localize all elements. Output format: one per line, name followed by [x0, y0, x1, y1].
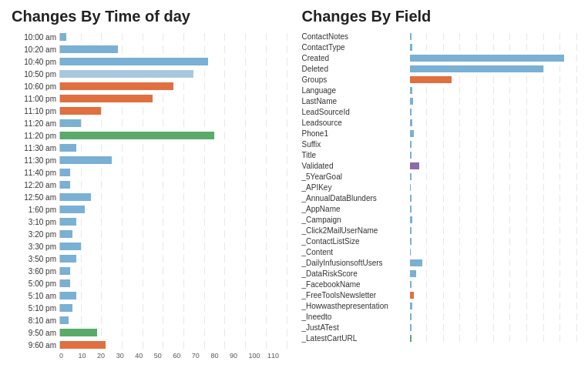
bar-container	[410, 130, 577, 137]
bar	[410, 109, 412, 115]
bar-row: Language	[302, 85, 577, 95]
bar-container	[59, 279, 287, 287]
bar-label: 3:10 pm	[12, 218, 59, 226]
left-chart-title: Changes By Time of day	[12, 8, 287, 25]
bar-container	[59, 304, 287, 312]
bar-container	[410, 173, 577, 180]
bar-row: 11:20 am	[12, 118, 287, 129]
bar	[60, 181, 70, 189]
bar	[60, 132, 214, 139]
bar-row: 10:20 am	[12, 44, 287, 55]
bar	[410, 44, 412, 51]
bar-label: 10:20 am	[12, 45, 59, 54]
bar-label: 3:20 pm	[12, 230, 59, 239]
bar-row: Phone1	[302, 129, 577, 139]
bar-label: 9:50 am	[12, 329, 59, 337]
bar-row: 11:30 pm	[12, 155, 287, 166]
bar-row: 1:60 pm	[12, 204, 287, 215]
bar-row: Suffix	[302, 139, 577, 149]
x-axis-label: 40	[135, 352, 154, 360]
x-axis-label: 20	[97, 352, 116, 360]
left-bars-wrapper: 10:00 am10:20 am10:40 pm10:50 pm10:60 pm…	[12, 32, 287, 350]
bar-label: 8:10 am	[12, 316, 59, 325]
right-chart-title: Changes By Field	[302, 8, 577, 25]
bar-row: 3:20 pm	[12, 229, 287, 239]
bar-container	[59, 230, 287, 238]
bar-label: _AppName	[302, 205, 410, 213]
bar-row: 11:10 pm	[12, 105, 287, 116]
bar	[410, 206, 412, 212]
right-bars-wrapper: ContactNotesContactTypeCreatedDeletedGro…	[302, 32, 577, 343]
x-axis-label: 90	[230, 352, 249, 360]
bar-container	[410, 259, 577, 266]
x-axis-label: 10	[79, 352, 98, 360]
bar-label: 11:30 pm	[12, 156, 59, 165]
bar-row: Validated	[302, 161, 577, 171]
bar	[410, 270, 417, 277]
bar-row: 9:50 am	[12, 327, 287, 338]
bar-row: _Campaign	[302, 215, 577, 225]
bar-label: 10:50 pm	[12, 70, 59, 79]
bar-container	[410, 65, 577, 72]
bar-label: 5:10 am	[12, 292, 59, 300]
bar-label: Groups	[302, 75, 410, 84]
bar-row: 11:30 am	[12, 142, 287, 153]
bar-container	[59, 206, 287, 213]
bar-row: ContactType	[302, 42, 577, 52]
bar-row: _DataRiskScore	[302, 269, 577, 279]
bar-row: Created	[302, 53, 577, 63]
bar-row: Leadsource	[302, 118, 577, 128]
bar-container	[410, 98, 577, 105]
bar	[410, 141, 412, 148]
bar-label: _APIKey	[302, 183, 410, 192]
bar-row: _ContactListSize	[302, 236, 577, 246]
bar	[60, 341, 106, 349]
bar-container	[410, 206, 577, 212]
bar-container	[410, 141, 577, 148]
bar-container	[59, 132, 287, 139]
bar-row: 3:10 pm	[12, 216, 287, 227]
bar	[410, 130, 414, 137]
bar-container	[410, 55, 577, 62]
bar-row: _FacebookName	[302, 279, 577, 289]
bar-label: ContactNotes	[302, 32, 410, 41]
bar-row: LastName	[302, 96, 577, 106]
bar-label: 12:20 am	[12, 181, 59, 189]
bar	[410, 303, 412, 309]
bar	[410, 152, 412, 159]
bar-container	[59, 242, 287, 250]
bar-container	[59, 341, 287, 349]
bar-row: 5:10 am	[12, 290, 287, 301]
bar	[60, 144, 76, 152]
bar-label: 11:30 am	[12, 144, 59, 152]
bar-label: 12:50 am	[12, 193, 59, 202]
bar-container	[410, 227, 577, 234]
bar-container	[410, 109, 577, 115]
bar-container	[410, 303, 577, 309]
bar	[60, 242, 81, 250]
bar-label: 1:60 pm	[12, 206, 59, 214]
right-chart: Changes By Field ContactNotesContactType…	[302, 8, 577, 380]
bar-label: Validated	[302, 162, 410, 170]
bar	[60, 206, 85, 213]
bar	[60, 304, 72, 312]
bar-row: 3:30 pm	[12, 241, 287, 252]
bar-label: _ContactListSize	[302, 237, 410, 246]
bar-row: _AnnualDataBlunders	[302, 193, 577, 203]
bar-row: Groups	[302, 75, 577, 85]
bar-label: 11:20 am	[12, 119, 59, 128]
bar-row: _FreeToolsNewsletter	[302, 290, 577, 300]
bar	[410, 162, 420, 169]
bar	[60, 58, 208, 65]
bar-container	[59, 82, 287, 90]
bar	[60, 193, 91, 201]
bar-container	[59, 58, 287, 65]
bar-label: Phone1	[302, 129, 410, 138]
x-axis-label: 110	[267, 352, 287, 360]
x-axis-label: 50	[154, 352, 173, 360]
bar-label: _FacebookName	[302, 280, 410, 289]
bar-container	[59, 255, 287, 263]
bar	[410, 292, 414, 299]
bar-container	[59, 193, 287, 201]
bar-container	[410, 216, 577, 223]
